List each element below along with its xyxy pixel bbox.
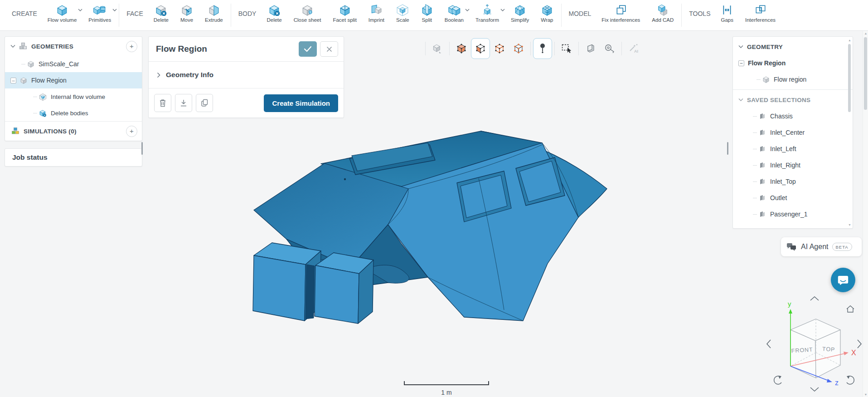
volume-select-icon[interactable] — [428, 38, 447, 59]
tree-item-flow-region-child[interactable]: Flow region — [733, 71, 853, 88]
toolbar-button-flow-volume[interactable]: Flow volume — [42, 0, 83, 30]
tree-connector — [753, 149, 757, 149]
svg-text:z: z — [835, 379, 839, 387]
duplicate-button[interactable] — [196, 94, 213, 112]
saved-selection-item[interactable]: Inlet_Top — [733, 173, 853, 190]
geometries-section-header[interactable]: GEOMETRIES + — [5, 37, 142, 56]
collapse-toggle[interactable]: – — [10, 78, 16, 83]
chevron-down-icon[interactable] — [10, 44, 15, 48]
scrollbar-thumb[interactable] — [848, 44, 851, 112]
delete-button[interactable] — [154, 94, 171, 112]
tree-item-flow-region[interactable]: – Flow Region — [5, 72, 142, 88]
toolbar-button-transform[interactable]: Transform — [470, 0, 505, 30]
collapse-toggle[interactable]: – — [738, 60, 744, 66]
chat-bubbles-icon — [786, 243, 796, 251]
toolbar-button-face-delete[interactable]: Delete — [148, 0, 175, 30]
delete-cube-icon — [39, 109, 47, 117]
toolbar-button-scale[interactable]: Scale — [390, 0, 415, 30]
panel-scrollbar[interactable]: ▲ ▼ — [848, 39, 852, 226]
tree-item-internal-flow-volume[interactable]: Internal flow volume — [5, 88, 142, 105]
scroll-up-arrow[interactable]: ▲ — [848, 39, 852, 42]
home-view-button[interactable] — [847, 306, 854, 312]
toolbar-button-close-sheet[interactable]: Close sheet — [288, 0, 327, 30]
rotate-left-button[interactable] — [767, 340, 771, 348]
scroll-up-arrow[interactable]: ▲ — [863, 32, 868, 35]
toolbar-button-boolean[interactable]: Boolean — [439, 0, 470, 30]
add-simulation-button[interactable]: + — [126, 126, 137, 137]
toolbar-divider — [681, 4, 682, 27]
measure-icon[interactable] — [600, 38, 619, 59]
detail-panel-footer: Create Simulation — [149, 88, 344, 118]
rotate-down-button[interactable] — [810, 387, 819, 391]
toolbar-button-primitives[interactable]: Primitives — [82, 0, 117, 30]
rotate-cw-button[interactable] — [847, 376, 854, 384]
toolbar-button-wrap[interactable]: Wrap — [535, 0, 559, 30]
toolbar-button-imprint[interactable]: Imprint — [363, 0, 390, 30]
box-select-icon[interactable] — [557, 38, 576, 59]
ai-agent-button[interactable]: AI Agent BETA — [781, 237, 862, 256]
toolbar-button-split[interactable]: Split — [415, 0, 439, 30]
rotate-up-button[interactable] — [810, 297, 819, 300]
saved-selection-item[interactable]: Passenger_1 — [733, 206, 853, 222]
chevron-down-icon[interactable] — [112, 9, 117, 12]
add-geometry-button[interactable]: + — [126, 41, 137, 52]
job-status-panel[interactable]: Job status — [5, 148, 142, 167]
hide-face-icon[interactable] — [581, 38, 600, 59]
export-button[interactable] — [175, 94, 192, 112]
viewport-3d-model[interactable] — [252, 128, 611, 325]
saved-selection-item[interactable]: Inlet_Center — [733, 124, 853, 141]
saved-selection-item[interactable]: Outlet — [733, 190, 853, 206]
simulations-section-header[interactable]: SIMULATIONS (0) + — [5, 122, 142, 141]
rotate-right-button[interactable] — [858, 340, 861, 348]
toolbar-button-fix-interferences[interactable]: Fix interferences — [596, 0, 646, 30]
toolbar-button-simplify[interactable]: Simplify — [505, 0, 535, 30]
navigation-cube[interactable]: FRONT TOP y X z — [762, 293, 866, 396]
left-panel-resize-handle[interactable] — [141, 142, 143, 155]
toolbar-button-interferences[interactable]: Interferences — [739, 0, 781, 30]
tree-item-delete-bodies[interactable]: Delete bodies — [5, 105, 142, 121]
tree-item-label: Delete bodies — [51, 110, 88, 117]
saved-selection-item[interactable]: Inlet_Right — [733, 157, 853, 173]
selection-tree-panel: GEOMETRY – Flow Region Flow region SAVED… — [732, 36, 853, 229]
toolbar-button-face-extrude[interactable]: Extrude — [199, 0, 229, 30]
body-select-icon[interactable] — [452, 38, 471, 59]
svg-text:AI: AI — [634, 49, 638, 54]
imprint-icon — [370, 3, 382, 16]
saved-selection-item[interactable]: Chassis — [733, 108, 853, 124]
toolbar-button-label: Primitives — [88, 17, 111, 23]
chat-launcher-button[interactable] — [831, 268, 855, 292]
toolbar-button-gaps[interactable]: Gaps — [715, 0, 739, 30]
chevron-down-icon[interactable] — [500, 9, 505, 12]
chevron-down-icon[interactable] — [465, 9, 470, 12]
cancel-button[interactable] — [320, 41, 338, 57]
svg-text:X: X — [851, 349, 856, 357]
scroll-down-arrow[interactable]: ▼ — [848, 223, 852, 226]
tree-item-simscale-car[interactable]: SimScale_Car — [5, 56, 142, 72]
toolbar-button-facet-split[interactable]: Facet split — [327, 0, 362, 30]
panel-title: Flow Region — [156, 44, 299, 54]
face-set-icon — [759, 113, 766, 120]
rotate-ccw-button[interactable] — [774, 376, 781, 384]
toolbar-button-body-delete[interactable]: Delete — [261, 0, 287, 30]
apply-button[interactable] — [299, 41, 317, 57]
transform-icon — [481, 3, 493, 16]
chevron-down-icon[interactable] — [738, 45, 743, 49]
chevron-down-icon[interactable] — [78, 9, 82, 12]
add-cad-icon — [656, 3, 669, 16]
geometry-section-header[interactable]: GEOMETRY — [733, 39, 853, 55]
right-panel-resize-handle[interactable] — [727, 142, 728, 155]
chevron-down-icon[interactable] — [738, 98, 743, 102]
probe-point-icon[interactable] — [533, 38, 552, 59]
saved-selection-item[interactable]: Inlet_Left — [733, 141, 853, 157]
toolbar-button-face-move[interactable]: Move — [175, 0, 199, 30]
edge-select-icon[interactable] — [490, 38, 509, 59]
saved-selections-header[interactable]: SAVED SELECTIONS — [733, 92, 853, 108]
face-select-icon[interactable] — [471, 38, 490, 59]
create-simulation-button[interactable]: Create Simulation — [264, 94, 338, 112]
tree-item-flow-region-root[interactable]: – Flow Region — [733, 55, 853, 71]
scrollbar-thumb[interactable] — [864, 37, 867, 110]
toolbar-button-add-cad[interactable]: Add CAD — [646, 0, 679, 30]
geometry-info-section[interactable]: Geometry Info — [149, 61, 344, 88]
close-icon — [326, 46, 332, 52]
vertex-select-icon[interactable] — [509, 38, 528, 59]
